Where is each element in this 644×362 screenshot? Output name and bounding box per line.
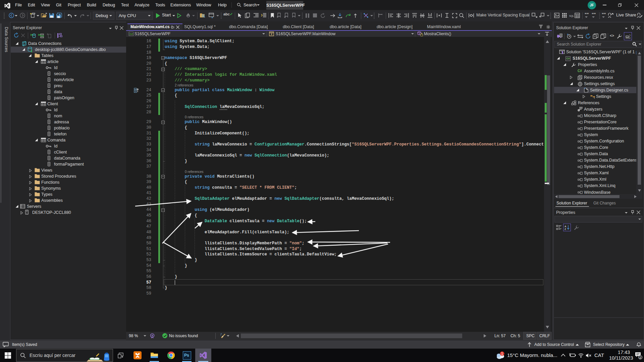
svg-text:1: 1 bbox=[501, 352, 503, 356]
svg-text:Z: Z bbox=[565, 228, 566, 230]
svg-text:2: 2 bbox=[639, 356, 641, 359]
